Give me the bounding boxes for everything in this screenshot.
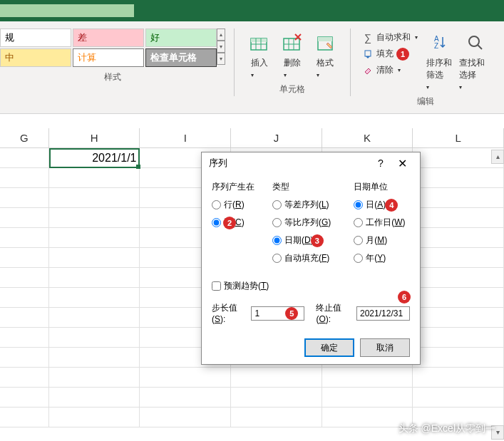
style-normal[interactable]: 规 <box>0 28 71 47</box>
cell[interactable] <box>49 408 140 427</box>
cell[interactable] <box>49 288 140 308</box>
active-cell[interactable]: 2021/1/1 <box>49 148 140 168</box>
delete-cells-icon <box>282 33 302 53</box>
cell[interactable] <box>0 188 49 208</box>
cell[interactable] <box>413 248 504 268</box>
cell-styles-gallery[interactable]: 规 差 好 中 计算 检查单元格 <box>0 28 217 67</box>
cell[interactable] <box>413 308 504 328</box>
cell[interactable] <box>413 288 504 308</box>
cell[interactable] <box>140 408 231 427</box>
annotation-badge-1: 1 <box>396 48 409 61</box>
style-calculation[interactable]: 计算 <box>73 48 144 67</box>
cell[interactable] <box>49 248 140 268</box>
cell[interactable] <box>49 268 140 288</box>
dialog-help-button[interactable]: ? <box>370 157 391 169</box>
cell[interactable] <box>140 368 231 388</box>
cell[interactable] <box>49 368 140 388</box>
radio-rows[interactable]: 行(R) <box>212 199 261 211</box>
radio-autofill[interactable]: 自动填充(F) <box>272 252 342 264</box>
delete-button[interactable]: 删除▾ <box>276 28 309 79</box>
cancel-button[interactable]: 取消 <box>360 338 410 357</box>
annotation-badge-6: 6 <box>398 291 411 303</box>
insert-button[interactable]: 插入▾ <box>243 28 276 79</box>
cell[interactable] <box>0 168 49 188</box>
cell[interactable] <box>49 388 140 408</box>
fill-button[interactable]: 填充▾ 1 <box>359 46 421 61</box>
radio-linear[interactable]: 等差序列(L) <box>272 199 342 211</box>
ok-button[interactable]: 确定 <box>304 338 354 357</box>
styles-gallery-spinner[interactable]: ▴▾▾ <box>217 28 225 67</box>
stop-label: 终止值(O): <box>316 302 352 324</box>
editing-group-label: 编辑 <box>417 95 434 108</box>
col-header-j[interactable]: J <box>231 128 322 147</box>
cell[interactable] <box>0 408 49 427</box>
radio-weekday[interactable]: 工作日(W) <box>354 217 410 229</box>
style-bad[interactable]: 差 <box>73 28 144 47</box>
cell[interactable] <box>413 268 504 288</box>
cell[interactable] <box>49 208 140 228</box>
sort-filter-button[interactable]: AZ 排序和筛选▾ <box>426 28 459 91</box>
radio-growth[interactable]: 等比序列(G) <box>272 217 342 229</box>
svg-point-16 <box>469 36 479 46</box>
cell[interactable] <box>413 328 504 348</box>
style-good[interactable]: 好 <box>145 28 217 47</box>
cell[interactable] <box>0 308 49 328</box>
cell[interactable] <box>0 368 49 388</box>
dialog-close-button[interactable]: ✕ <box>391 157 413 170</box>
cell[interactable] <box>0 228 49 248</box>
col-header-g[interactable]: G <box>0 128 49 147</box>
ribbon: 规 差 好 中 计算 检查单元格 ▴▾▾ 样式 插入▾ 删除▾ <box>0 21 504 114</box>
cell[interactable] <box>0 348 49 368</box>
cell[interactable] <box>0 288 49 308</box>
cell[interactable] <box>413 148 504 168</box>
cell[interactable] <box>49 308 140 328</box>
cell[interactable] <box>0 248 49 268</box>
title-bar <box>0 0 504 21</box>
cell[interactable] <box>49 228 140 248</box>
stop-input[interactable] <box>356 306 410 321</box>
dialog-titlebar[interactable]: 序列 ? ✕ <box>202 152 420 174</box>
cell[interactable] <box>140 388 231 408</box>
cell[interactable] <box>49 348 140 368</box>
cell[interactable] <box>49 328 140 348</box>
cell[interactable] <box>231 388 322 408</box>
cell[interactable] <box>49 168 140 188</box>
autosum-button[interactable]: ∑ 自动求和▾ <box>359 30 421 45</box>
cell[interactable] <box>413 388 504 408</box>
radio-date[interactable]: 日期(D) 3 <box>272 234 342 247</box>
radio-day[interactable]: 日(A) 4 <box>354 199 410 211</box>
cell[interactable] <box>0 328 49 348</box>
col-header-l[interactable]: L <box>413 128 504 147</box>
cell[interactable] <box>0 268 49 288</box>
cell[interactable] <box>413 208 504 228</box>
cell[interactable] <box>0 148 49 168</box>
scroll-up-arrow[interactable]: ▴ <box>491 150 504 164</box>
col-header-k[interactable]: K <box>322 128 413 147</box>
cell[interactable] <box>413 348 504 368</box>
cell[interactable] <box>322 368 413 388</box>
clear-button[interactable]: 清除▾ <box>359 63 421 78</box>
style-check-cell[interactable]: 检查单元格 <box>145 48 217 67</box>
radio-columns[interactable]: 列(C) 2 <box>212 217 261 229</box>
cell[interactable] <box>413 228 504 248</box>
checkbox-trend[interactable]: 预测趋势(T) <box>212 280 410 292</box>
find-select-button[interactable]: 查找和选择▾ <box>459 28 492 91</box>
format-button[interactable]: 格式▾ <box>309 28 341 79</box>
cell[interactable] <box>231 368 322 388</box>
cell[interactable] <box>322 388 413 408</box>
cell[interactable] <box>413 168 504 188</box>
col-header-h[interactable]: H <box>49 128 140 147</box>
dialog-title: 序列 <box>209 157 370 170</box>
style-neutral[interactable]: 中 <box>0 48 71 67</box>
radio-month[interactable]: 月(M) <box>354 234 410 247</box>
annotation-badge-4: 4 <box>385 199 398 212</box>
cell[interactable] <box>413 368 504 388</box>
cell[interactable] <box>49 188 140 208</box>
radio-year[interactable]: 年(Y) <box>354 252 410 264</box>
cell[interactable] <box>413 188 504 208</box>
styles-group-label: 样式 <box>104 71 121 83</box>
col-header-i[interactable]: I <box>140 128 231 147</box>
cell[interactable] <box>0 388 49 408</box>
cell[interactable] <box>0 208 49 228</box>
cell[interactable] <box>231 408 322 427</box>
